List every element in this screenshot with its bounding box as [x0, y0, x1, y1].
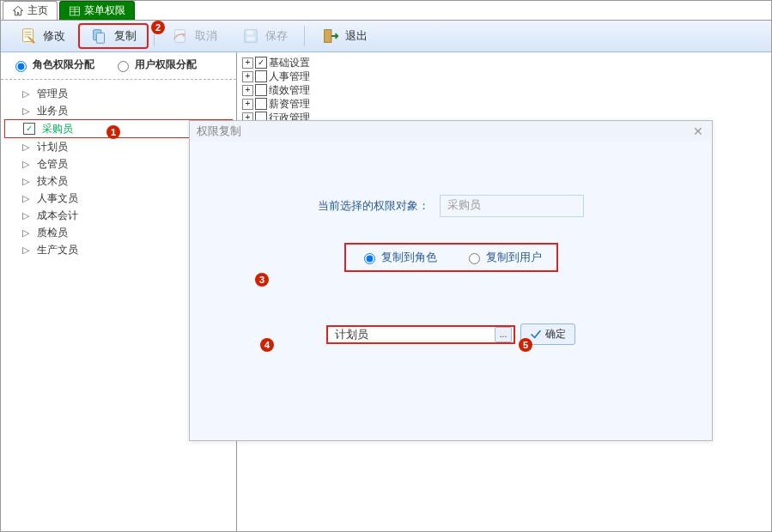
ok-label: 确定 [545, 327, 566, 342]
role-label: 人事文员 [37, 191, 78, 206]
checkbox-icon[interactable] [255, 84, 267, 96]
expander-icon: ▷ [21, 142, 30, 153]
expander-icon: ▷ [21, 106, 30, 117]
checkbox-icon: ✓ [23, 123, 35, 135]
tree-label: 薪资管理 [269, 97, 310, 111]
grid-icon [69, 5, 81, 17]
svg-rect-8 [325, 30, 331, 43]
exit-icon [321, 27, 340, 45]
role-label: 计划员 [37, 140, 68, 154]
role-label: 生产文员 [37, 243, 78, 257]
tree-expander-icon[interactable]: + [242, 99, 253, 110]
expander-icon: ▷ [21, 159, 30, 170]
expander-icon: ▷ [21, 227, 30, 239]
role-item[interactable]: ▷业务员 [4, 102, 233, 119]
cancel-label: 取消 [195, 28, 217, 44]
expander-icon: ▷ [21, 245, 30, 256]
expander-icon: ▷ [21, 193, 30, 204]
home-icon [12, 5, 24, 17]
copy-to-user[interactable]: 复制到用户 [465, 250, 542, 265]
marker-5: 5 [519, 338, 532, 352]
dialog-titlebar: 权限复制 ✕ [190, 121, 712, 142]
tree-expander-icon[interactable]: + [242, 71, 253, 82]
tree-label: 绩效管理 [269, 83, 310, 97]
tab-menu-permission[interactable]: 菜单权限 [59, 1, 135, 20]
checkbox-icon[interactable] [255, 98, 267, 110]
edit-icon [19, 27, 38, 45]
svg-rect-7 [246, 37, 254, 41]
mode-role[interactable]: 角色权限分配 [11, 57, 94, 72]
copy-button[interactable]: 复制 [78, 23, 149, 49]
exit-button[interactable]: 退出 [310, 23, 379, 49]
copy-target-type: 复制到角色 复制到用户 [344, 243, 558, 272]
role-label: 业务员 [37, 104, 68, 118]
mode-user-radio[interactable] [118, 61, 129, 72]
tree-label: 基础设置 [269, 56, 310, 70]
copy-label: 复制 [114, 28, 137, 44]
role-label: 管理员 [37, 87, 68, 101]
checkbox-icon[interactable]: ✓ [255, 57, 267, 69]
svg-rect-3 [96, 33, 104, 43]
tab-home-label: 主页 [27, 3, 48, 18]
check-icon [530, 329, 542, 341]
tree-node[interactable]: +绩效管理 [242, 83, 766, 97]
tree-node[interactable]: +薪资管理 [242, 97, 766, 111]
expander-icon: ▷ [21, 176, 30, 187]
target-field[interactable]: 计划员 ... [326, 325, 515, 344]
marker-3: 3 [255, 273, 269, 287]
save-icon [241, 27, 260, 45]
toolbar: 修改 复制 取消 保存 退出 [1, 21, 771, 52]
copy-to-role-label: 复制到角色 [381, 250, 437, 265]
mode-user[interactable]: 用户权限分配 [113, 57, 197, 72]
dialog-title-text: 权限复制 [197, 124, 241, 139]
role-label: 质检员 [37, 226, 68, 240]
role-label: 采购员 [42, 122, 73, 136]
target-value: 计划员 [335, 327, 495, 342]
svg-rect-6 [246, 31, 252, 35]
copy-to-user-radio[interactable] [469, 253, 480, 264]
dialog-close-button[interactable]: ✕ [691, 124, 705, 138]
tree-expander-icon[interactable]: + [242, 57, 253, 69]
marker-4: 4 [260, 338, 274, 352]
mode-user-label: 用户权限分配 [135, 57, 197, 72]
role-label: 技术员 [37, 174, 68, 189]
role-item[interactable]: ▷管理员 [4, 85, 233, 102]
save-button[interactable]: 保存 [230, 23, 299, 49]
current-object-row: 当前选择的权限对象： 采购员 [224, 195, 678, 217]
edit-label: 修改 [43, 28, 65, 44]
tab-strip: 主页 菜单权限 [1, 1, 771, 21]
role-label: 成本会计 [37, 209, 78, 223]
cancel-icon [171, 27, 190, 45]
copy-to-user-label: 复制到用户 [486, 250, 542, 265]
target-row: 计划员 ... 确定 [224, 323, 678, 345]
marker-2: 2 [151, 21, 165, 34]
edit-button[interactable]: 修改 [8, 23, 76, 49]
mode-role-radio[interactable] [15, 61, 27, 72]
permission-tree: +✓基础设置+人事管理+绩效管理+薪资管理+行政管理 [242, 56, 766, 124]
assignment-mode: 角色权限分配 用户权限分配 [1, 52, 236, 80]
role-label: 仓管员 [37, 157, 68, 172]
tab-home[interactable]: 主页 [3, 1, 58, 20]
lookup-button[interactable]: ... [495, 327, 512, 342]
dialog-body: 当前选择的权限对象： 采购员 复制到角色 复制到用户 计划员 ... 确定 [190, 142, 712, 440]
expander-icon: ▷ [21, 88, 30, 100]
tree-node[interactable]: +人事管理 [242, 70, 766, 83]
current-object-value: 采购员 [440, 195, 584, 217]
save-label: 保存 [265, 28, 288, 44]
toolbar-separator [304, 26, 305, 46]
tree-node[interactable]: +✓基础设置 [242, 56, 766, 70]
checkbox-icon[interactable] [255, 70, 267, 82]
exit-label: 退出 [345, 28, 368, 44]
marker-1: 1 [106, 125, 120, 139]
expander-icon: ▷ [21, 210, 30, 221]
cancel-button[interactable]: 取消 [160, 23, 228, 49]
tab-current-label: 菜单权限 [84, 3, 125, 18]
copy-to-role-radio[interactable] [364, 253, 375, 264]
copy-icon [90, 27, 109, 45]
current-object-label: 当前选择的权限对象： [318, 198, 429, 214]
tree-label: 人事管理 [269, 70, 310, 83]
tree-expander-icon[interactable]: + [242, 85, 253, 96]
mode-role-label: 角色权限分配 [33, 57, 94, 72]
copy-to-role[interactable]: 复制到角色 [360, 250, 437, 265]
